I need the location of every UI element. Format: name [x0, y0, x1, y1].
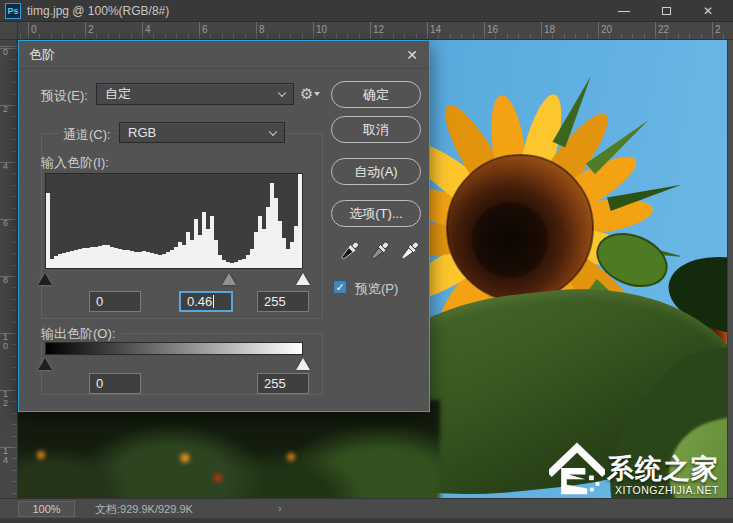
output-shadow-value: 0 [96, 376, 103, 391]
watermark: 系统之家 XITONGZHIJIA.NET [549, 442, 719, 496]
output-shadow-slider[interactable] [38, 358, 52, 370]
xitongzhijia-logo-icon [549, 442, 605, 496]
auto-button[interactable]: 自动(A) [331, 158, 421, 185]
watermark-domain: XITONGZHIJIA.NET [615, 484, 719, 496]
input-highlight-value: 255 [264, 294, 286, 309]
black-point-eyedropper-icon[interactable] [335, 239, 361, 267]
white-point-eyedropper-icon[interactable] [395, 239, 421, 267]
output-highlight-value: 255 [264, 376, 286, 391]
channel-label: 通道(C): [59, 126, 115, 144]
output-levels-label: 输出色阶(O): [41, 325, 121, 343]
cancel-button[interactable]: 取消 [331, 116, 421, 143]
maximize-icon [662, 7, 671, 15]
status-chevron-icon[interactable]: › [278, 502, 282, 514]
input-shadow-value: 0 [96, 294, 103, 309]
horizontal-ruler: 02468101214161820222 [18, 22, 733, 40]
preset-value: 自定 [105, 85, 131, 103]
input-shadow-slider[interactable] [38, 273, 52, 285]
ok-button[interactable]: 确定 [331, 81, 421, 108]
maximize-button[interactable] [645, 0, 687, 22]
status-bar: 100% 文档:929.9K/929.9K › [0, 498, 733, 518]
output-highlight-slider[interactable] [296, 358, 310, 370]
preset-options-gear-button[interactable]: ⚙ [300, 84, 320, 104]
vertical-ruler: 024681 01 21 4 [0, 40, 18, 498]
dialog-close-button[interactable]: ✕ [401, 45, 423, 65]
chevron-down-icon [269, 127, 277, 135]
input-shadow-field[interactable]: 0 [89, 291, 141, 312]
minimize-button[interactable]: — [603, 0, 645, 22]
levels-histogram [45, 173, 303, 269]
levels-dialog: 色阶 ✕ 预设(E): 自定 ⚙ 确定 取消 自动(A) 选项(T)... ✓ … [18, 40, 430, 412]
photoshop-logo-icon: Ps [5, 3, 21, 19]
text-caret [213, 295, 214, 308]
zoom-level-field[interactable]: 100% [18, 501, 75, 517]
ruler-origin [0, 22, 18, 40]
preview-checkbox[interactable]: ✓ [333, 280, 347, 294]
close-button[interactable]: ✕ [687, 0, 729, 22]
channel-dropdown[interactable]: RGB [119, 122, 285, 143]
titlebar[interactable]: Ps timg.jpg @ 100%(RGB/8#) — ✕ [0, 0, 733, 22]
output-highlight-field[interactable]: 255 [257, 373, 309, 394]
output-gradient-bar [45, 342, 303, 355]
foreground-foliage [18, 400, 440, 498]
options-button[interactable]: 选项(T)... [331, 200, 421, 227]
preview-label: 预览(P) [355, 280, 398, 298]
watermark-title: 系统之家 [607, 455, 719, 483]
preset-dropdown[interactable]: 自定 [96, 83, 294, 105]
dialog-titlebar[interactable]: 色阶 [19, 41, 429, 69]
window-frame-right [727, 40, 733, 498]
input-highlight-slider[interactable] [296, 273, 310, 285]
preset-label: 预设(E): [41, 87, 88, 105]
channel-value: RGB [128, 125, 156, 140]
output-shadow-field[interactable]: 0 [89, 373, 141, 394]
photoshop-window: Ps timg.jpg @ 100%(RGB/8#) — ✕ 024681012… [0, 0, 733, 523]
gear-icon: ⚙ [300, 85, 313, 102]
document-size-info: 文档:929.9K/929.9K [95, 502, 193, 517]
input-highlight-field[interactable]: 255 [257, 291, 309, 312]
window-frame-bottom [0, 518, 733, 523]
chevron-down-icon [278, 89, 286, 97]
input-levels-label: 输入色阶(I): [41, 154, 109, 172]
input-gamma-field[interactable]: 0.46 [179, 291, 233, 312]
document-title: timg.jpg @ 100%(RGB/8#) [27, 4, 169, 18]
input-gamma-value: 0.46 [187, 294, 212, 309]
dialog-title: 色阶 [29, 46, 55, 64]
input-gamma-slider[interactable] [222, 273, 236, 285]
gray-point-eyedropper-icon[interactable] [365, 239, 391, 267]
